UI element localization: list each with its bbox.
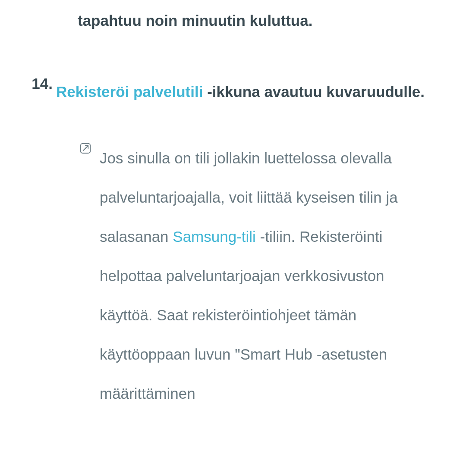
note-content: Jos sinulla on tili jollakin luettelossa… (100, 138, 440, 413)
item-content: Rekisteröi palvelutili -ikkuna avautuu k… (56, 72, 440, 113)
note-highlight-text: Samsung-tili (173, 228, 256, 245)
previous-paragraph-text: tapahtuu noin minuutin kuluttua. (78, 9, 440, 33)
note-block: Jos sinulla on tili jollakin luettelossa… (79, 138, 440, 413)
item-highlight-text: Rekisteröi palvelutili (56, 83, 203, 100)
item-rest-text: -ikkuna avautuu kuvaruudulle. (203, 83, 424, 100)
note-icon (79, 138, 100, 413)
list-item-14: 14. Rekisteröi palvelutili -ikkuna avaut… (26, 72, 440, 113)
item-number: 14. (26, 72, 56, 113)
note-text-part2: -tiliin. Rekisteröinti helpottaa palvelu… (100, 228, 387, 402)
